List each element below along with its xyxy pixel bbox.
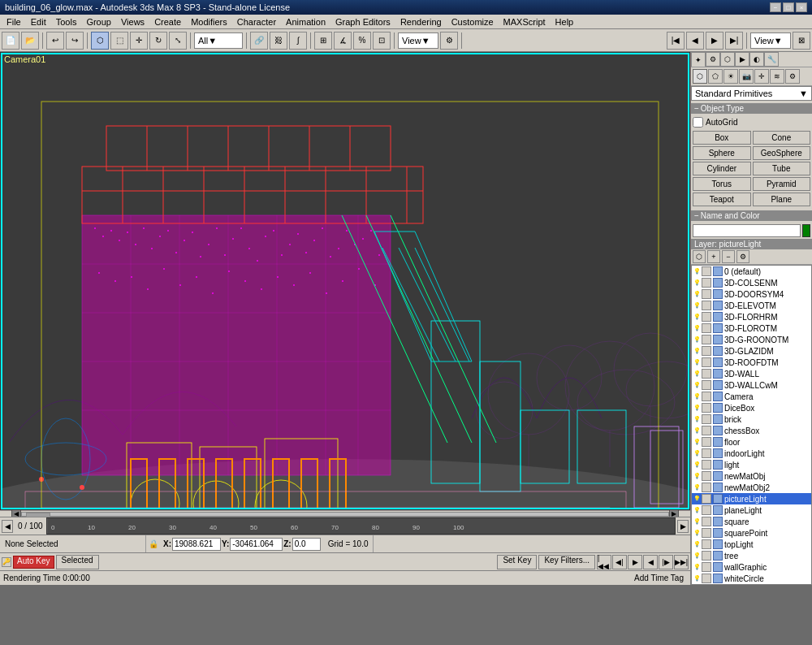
redo-button[interactable]: ↪ bbox=[66, 32, 84, 50]
timeline-track[interactable]: 0 10 20 30 40 50 60 70 80 90 100 bbox=[46, 517, 676, 535]
layer-item[interactable]: 💡3D-WALLCwM bbox=[692, 379, 811, 391]
layer-item[interactable]: 💡chessBox bbox=[692, 425, 811, 436]
geometry-tab[interactable]: ⬡ bbox=[693, 69, 707, 84]
layer-item[interactable]: 💡3D-WALL bbox=[692, 368, 811, 379]
layer-item[interactable]: 💡3D-COLSENM bbox=[692, 277, 811, 288]
layer-visibility-icon[interactable]: 💡 bbox=[693, 473, 700, 479]
teapot-button[interactable]: Teapot bbox=[693, 193, 751, 206]
layer-visibility-icon[interactable]: 💡 bbox=[693, 348, 700, 354]
filter-dropdown[interactable]: All ▼ bbox=[194, 32, 243, 49]
layer-visibility-icon[interactable]: 💡 bbox=[693, 291, 700, 297]
scale-button[interactable]: ⤡ bbox=[169, 32, 187, 50]
scroll-track[interactable] bbox=[21, 512, 669, 517]
layer-visibility-icon[interactable]: 💡 bbox=[693, 405, 700, 411]
layer-visibility-icon[interactable]: 💡 bbox=[693, 450, 700, 457]
link-button[interactable]: 🔗 bbox=[250, 32, 268, 50]
layer-item[interactable]: 💡3D-FLORHRM bbox=[692, 311, 811, 322]
object-type-header[interactable]: − Object Type bbox=[691, 103, 812, 114]
time-tag-btn[interactable]: Add Time Tag bbox=[634, 574, 684, 582]
layer-visibility-icon[interactable]: 💡 bbox=[693, 496, 700, 502]
percent-snap-button[interactable]: % bbox=[353, 32, 371, 50]
viewport-dropdown[interactable]: View ▼ bbox=[398, 32, 438, 49]
create-tab[interactable]: ✦ bbox=[691, 52, 706, 67]
layer-visibility-icon[interactable]: 💡 bbox=[693, 427, 700, 434]
plane-button[interactable]: Plane bbox=[753, 193, 811, 206]
menu-customize[interactable]: Customize bbox=[447, 16, 499, 28]
viewport-dropdown2[interactable]: View ▼ bbox=[750, 32, 791, 49]
layer-item[interactable]: 💡0 (default) bbox=[692, 266, 811, 277]
layer-visibility-icon[interactable]: 💡 bbox=[693, 393, 700, 400]
viewport-settings-button[interactable]: ⚙ bbox=[440, 32, 458, 50]
layer-visibility-icon[interactable]: 💡 bbox=[693, 484, 700, 491]
menu-animation[interactable]: Animation bbox=[281, 16, 330, 28]
last-frame-button[interactable]: ▶▶| bbox=[674, 555, 689, 569]
layer-visibility-icon[interactable]: 💡 bbox=[693, 564, 700, 570]
viewport[interactable]: Camera01 bbox=[0, 52, 690, 510]
set-key-button[interactable]: Set Key bbox=[497, 555, 537, 569]
motion-tab[interactable]: ▶ bbox=[735, 52, 749, 67]
layer-new-btn[interactable]: + bbox=[707, 250, 720, 263]
layer-item[interactable]: 💡3D-FLOROTM bbox=[692, 322, 811, 334]
layer-item[interactable]: 💡3D-ROOFDTM bbox=[692, 357, 811, 368]
layer-settings-btn[interactable]: ⚙ bbox=[736, 250, 749, 263]
layer-item[interactable]: 💡topLight bbox=[692, 539, 811, 550]
prev-frame-btn[interactable]: |◀ bbox=[667, 32, 685, 50]
minimize-button[interactable]: − bbox=[770, 2, 781, 12]
select-region-button[interactable]: ⬚ bbox=[110, 32, 128, 50]
zoom-extents-button[interactable]: ⊠ bbox=[793, 32, 810, 50]
layer-item[interactable]: 💡wallGraphic bbox=[692, 561, 811, 573]
bind-button[interactable]: ∫ bbox=[289, 32, 307, 50]
key-filters-button[interactable]: Key Filters... bbox=[538, 555, 595, 569]
open-button[interactable]: 📂 bbox=[21, 32, 39, 50]
menu-character[interactable]: Character bbox=[232, 16, 281, 28]
scroll-thumb[interactable] bbox=[26, 513, 50, 517]
name-input[interactable] bbox=[693, 224, 801, 237]
layer-visibility-icon[interactable]: 💡 bbox=[693, 552, 700, 559]
layer-visibility-icon[interactable]: 💡 bbox=[693, 279, 700, 286]
angle-snap-button[interactable]: ∡ bbox=[334, 32, 352, 50]
snap-button[interactable]: ⊞ bbox=[314, 32, 332, 50]
menu-tools[interactable]: Tools bbox=[51, 16, 82, 28]
menu-maxscript[interactable]: MAXScript bbox=[499, 16, 551, 28]
pyramid-button[interactable]: Pyramid bbox=[753, 177, 811, 191]
menu-group[interactable]: Group bbox=[81, 16, 116, 28]
timeline-left-btn[interactable]: ◀ bbox=[2, 520, 13, 533]
menu-modifiers[interactable]: Modifiers bbox=[186, 16, 232, 28]
layer-item[interactable]: 💡squarePoint bbox=[692, 527, 811, 539]
layer-item[interactable]: 💡3D-G-ROONOTM bbox=[692, 334, 811, 345]
play-reverse-button[interactable]: ◀ bbox=[643, 555, 658, 569]
autogrid-checkbox[interactable] bbox=[693, 117, 703, 128]
layer-item[interactable]: 💡tree bbox=[692, 550, 811, 561]
layer-visibility-icon[interactable]: 💡 bbox=[693, 302, 700, 309]
layer-visibility-icon[interactable]: 💡 bbox=[693, 530, 700, 536]
cone-button[interactable]: Cone bbox=[753, 131, 811, 145]
lights-tab[interactable]: ☀ bbox=[723, 69, 738, 84]
menu-edit[interactable]: Edit bbox=[26, 16, 51, 28]
layer-visibility-icon[interactable]: 💡 bbox=[693, 325, 700, 331]
color-swatch[interactable] bbox=[802, 224, 810, 237]
layer-item[interactable]: 💡3D-ELEVOTM bbox=[692, 300, 811, 311]
systems-tab[interactable]: ⚙ bbox=[785, 69, 800, 84]
layer-item[interactable]: 💡square bbox=[692, 516, 811, 527]
layer-item[interactable]: 💡DiceBox bbox=[692, 402, 811, 413]
z-coord[interactable]: 0.0 bbox=[292, 538, 321, 551]
layer-visibility-icon[interactable]: 💡 bbox=[693, 541, 700, 548]
undo-button[interactable]: ↩ bbox=[46, 32, 64, 50]
maximize-button[interactable]: □ bbox=[783, 2, 794, 12]
layer-item[interactable]: 💡brick bbox=[692, 413, 811, 425]
hierarchy-tab[interactable]: ⬡ bbox=[720, 52, 735, 67]
menu-file[interactable]: File bbox=[2, 16, 26, 28]
layer-item[interactable]: 💡3D-GLAZIDM bbox=[692, 345, 811, 357]
layer-delete-btn[interactable]: − bbox=[722, 250, 735, 263]
key-icon[interactable]: 🔑 bbox=[2, 557, 11, 567]
menu-create[interactable]: Create bbox=[149, 16, 186, 28]
menu-graph-editors[interactable]: Graph Editors bbox=[330, 16, 395, 28]
unlink-button[interactable]: ⛓ bbox=[270, 32, 287, 50]
auto-key-button[interactable]: Auto Key bbox=[13, 556, 54, 569]
layer-visibility-icon[interactable]: 💡 bbox=[693, 370, 700, 377]
menu-rendering[interactable]: Rendering bbox=[395, 16, 447, 28]
menu-views[interactable]: Views bbox=[116, 16, 149, 28]
layer-visibility-icon[interactable]: 💡 bbox=[693, 416, 700, 422]
geosphere-button[interactable]: GeoSphere bbox=[753, 146, 811, 160]
play-btn[interactable]: ▶ bbox=[706, 32, 723, 50]
